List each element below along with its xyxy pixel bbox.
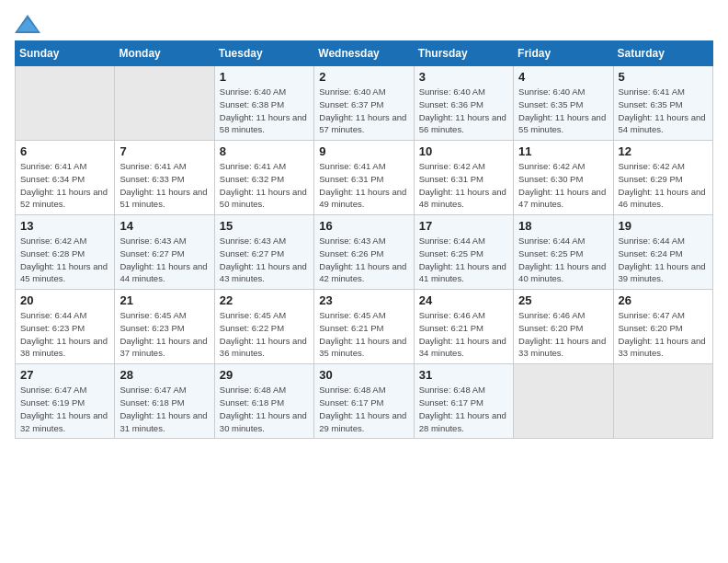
day-info: Sunrise: 6:43 AM Sunset: 6:26 PM Dayligh… [319, 235, 408, 285]
calendar-cell: 1Sunrise: 6:40 AM Sunset: 6:38 PM Daylig… [214, 66, 313, 141]
day-number: 20 [20, 293, 109, 307]
day-info: Sunrise: 6:45 AM Sunset: 6:21 PM Dayligh… [319, 309, 408, 360]
col-header-monday: Monday [115, 41, 214, 66]
day-number: 30 [319, 368, 408, 382]
day-info: Sunrise: 6:42 AM Sunset: 6:29 PM Dayligh… [619, 160, 708, 211]
day-info: Sunrise: 6:40 AM Sunset: 6:36 PM Dayligh… [419, 86, 508, 136]
day-info: Sunrise: 6:40 AM Sunset: 6:38 PM Dayligh… [220, 86, 309, 136]
calendar-cell: 21Sunrise: 6:45 AM Sunset: 6:23 PM Dayli… [115, 290, 214, 364]
day-info: Sunrise: 6:44 AM Sunset: 6:24 PM Dayligh… [619, 235, 708, 285]
calendar-cell: 5Sunrise: 6:41 AM Sunset: 6:35 PM Daylig… [613, 66, 712, 141]
day-info: Sunrise: 6:46 AM Sunset: 6:20 PM Dayligh… [518, 309, 608, 360]
calendar-cell: 20Sunrise: 6:44 AM Sunset: 6:23 PM Dayli… [16, 290, 115, 364]
day-info: Sunrise: 6:43 AM Sunset: 6:27 PM Dayligh… [220, 235, 309, 285]
day-info: Sunrise: 6:44 AM Sunset: 6:25 PM Dayligh… [518, 235, 608, 285]
day-info: Sunrise: 6:40 AM Sunset: 6:37 PM Dayligh… [319, 86, 408, 136]
calendar-cell: 17Sunrise: 6:44 AM Sunset: 6:25 PM Dayli… [414, 215, 513, 290]
calendar-cell: 27Sunrise: 6:47 AM Sunset: 6:19 PM Dayli… [16, 364, 115, 439]
calendar-cell: 2Sunrise: 6:40 AM Sunset: 6:37 PM Daylig… [314, 66, 414, 141]
day-number: 14 [119, 219, 209, 233]
calendar-cell [613, 364, 712, 439]
day-number: 23 [319, 293, 408, 307]
calendar-cell: 19Sunrise: 6:44 AM Sunset: 6:24 PM Dayli… [613, 215, 712, 290]
col-header-friday: Friday [514, 41, 613, 66]
day-info: Sunrise: 6:47 AM Sunset: 6:18 PM Dayligh… [119, 384, 209, 434]
calendar-cell [514, 364, 613, 439]
day-info: Sunrise: 6:43 AM Sunset: 6:27 PM Dayligh… [119, 235, 209, 285]
day-number: 5 [619, 70, 708, 84]
page-header [15, 15, 713, 33]
calendar-cell: 6Sunrise: 6:41 AM Sunset: 6:34 PM Daylig… [16, 141, 115, 215]
day-number: 21 [119, 293, 209, 307]
day-info: Sunrise: 6:42 AM Sunset: 6:30 PM Dayligh… [518, 160, 608, 211]
day-info: Sunrise: 6:45 AM Sunset: 6:23 PM Dayligh… [119, 309, 209, 360]
day-number: 17 [419, 219, 508, 233]
calendar-cell: 13Sunrise: 6:42 AM Sunset: 6:28 PM Dayli… [16, 215, 115, 290]
day-info: Sunrise: 6:42 AM Sunset: 6:31 PM Dayligh… [419, 160, 508, 211]
calendar-cell: 3Sunrise: 6:40 AM Sunset: 6:36 PM Daylig… [414, 66, 513, 141]
day-info: Sunrise: 6:40 AM Sunset: 6:35 PM Dayligh… [518, 86, 608, 136]
day-number: 28 [119, 368, 209, 382]
day-number: 24 [419, 293, 508, 307]
calendar-cell: 22Sunrise: 6:45 AM Sunset: 6:22 PM Dayli… [214, 290, 313, 364]
day-info: Sunrise: 6:41 AM Sunset: 6:35 PM Dayligh… [619, 86, 708, 136]
calendar-cell: 4Sunrise: 6:40 AM Sunset: 6:35 PM Daylig… [514, 66, 613, 141]
calendar-cell: 18Sunrise: 6:44 AM Sunset: 6:25 PM Dayli… [514, 215, 613, 290]
day-number: 6 [20, 144, 109, 158]
day-number: 1 [220, 70, 309, 84]
day-number: 8 [220, 144, 309, 158]
col-header-sunday: Sunday [16, 41, 115, 66]
svg-marker-1 [17, 18, 38, 31]
day-number: 26 [619, 293, 708, 307]
day-number: 2 [319, 70, 408, 84]
calendar-cell [16, 66, 115, 141]
day-info: Sunrise: 6:44 AM Sunset: 6:23 PM Dayligh… [20, 309, 109, 360]
day-info: Sunrise: 6:41 AM Sunset: 6:33 PM Dayligh… [119, 160, 209, 211]
calendar-cell: 24Sunrise: 6:46 AM Sunset: 6:21 PM Dayli… [414, 290, 513, 364]
calendar-cell: 16Sunrise: 6:43 AM Sunset: 6:26 PM Dayli… [314, 215, 414, 290]
day-number: 3 [419, 70, 508, 84]
day-number: 13 [20, 219, 109, 233]
logo-icon [15, 15, 40, 33]
calendar-cell: 14Sunrise: 6:43 AM Sunset: 6:27 PM Dayli… [115, 215, 214, 290]
day-info: Sunrise: 6:48 AM Sunset: 6:17 PM Dayligh… [419, 384, 508, 434]
day-number: 12 [619, 144, 708, 158]
day-info: Sunrise: 6:41 AM Sunset: 6:31 PM Dayligh… [319, 160, 408, 211]
day-number: 19 [619, 219, 708, 233]
day-number: 31 [419, 368, 508, 382]
day-number: 16 [319, 219, 408, 233]
day-number: 27 [20, 368, 109, 382]
calendar-cell: 23Sunrise: 6:45 AM Sunset: 6:21 PM Dayli… [314, 290, 414, 364]
calendar-cell: 31Sunrise: 6:48 AM Sunset: 6:17 PM Dayli… [414, 364, 513, 439]
col-header-tuesday: Tuesday [214, 41, 313, 66]
day-number: 29 [220, 368, 309, 382]
day-info: Sunrise: 6:47 AM Sunset: 6:20 PM Dayligh… [619, 309, 708, 360]
day-info: Sunrise: 6:41 AM Sunset: 6:34 PM Dayligh… [20, 160, 109, 211]
day-info: Sunrise: 6:45 AM Sunset: 6:22 PM Dayligh… [220, 309, 309, 360]
day-number: 11 [518, 144, 608, 158]
calendar-cell: 25Sunrise: 6:46 AM Sunset: 6:20 PM Dayli… [514, 290, 613, 364]
calendar-cell: 29Sunrise: 6:48 AM Sunset: 6:18 PM Dayli… [214, 364, 313, 439]
day-info: Sunrise: 6:48 AM Sunset: 6:17 PM Dayligh… [319, 384, 408, 434]
calendar-cell: 9Sunrise: 6:41 AM Sunset: 6:31 PM Daylig… [314, 141, 414, 215]
calendar-cell: 11Sunrise: 6:42 AM Sunset: 6:30 PM Dayli… [514, 141, 613, 215]
day-info: Sunrise: 6:41 AM Sunset: 6:32 PM Dayligh… [220, 160, 309, 211]
day-number: 22 [220, 293, 309, 307]
col-header-wednesday: Wednesday [314, 41, 414, 66]
calendar-cell [115, 66, 214, 141]
col-header-saturday: Saturday [613, 41, 712, 66]
calendar-cell: 10Sunrise: 6:42 AM Sunset: 6:31 PM Dayli… [414, 141, 513, 215]
col-header-thursday: Thursday [414, 41, 513, 66]
day-number: 7 [119, 144, 209, 158]
calendar-cell: 15Sunrise: 6:43 AM Sunset: 6:27 PM Dayli… [214, 215, 313, 290]
day-number: 25 [518, 293, 608, 307]
calendar-cell: 7Sunrise: 6:41 AM Sunset: 6:33 PM Daylig… [115, 141, 214, 215]
calendar-cell: 26Sunrise: 6:47 AM Sunset: 6:20 PM Dayli… [613, 290, 712, 364]
day-number: 4 [518, 70, 608, 84]
day-info: Sunrise: 6:46 AM Sunset: 6:21 PM Dayligh… [419, 309, 508, 360]
day-info: Sunrise: 6:47 AM Sunset: 6:19 PM Dayligh… [20, 384, 109, 434]
calendar-cell: 12Sunrise: 6:42 AM Sunset: 6:29 PM Dayli… [613, 141, 712, 215]
day-number: 10 [419, 144, 508, 158]
calendar-cell: 30Sunrise: 6:48 AM Sunset: 6:17 PM Dayli… [314, 364, 414, 439]
logo [15, 15, 44, 33]
